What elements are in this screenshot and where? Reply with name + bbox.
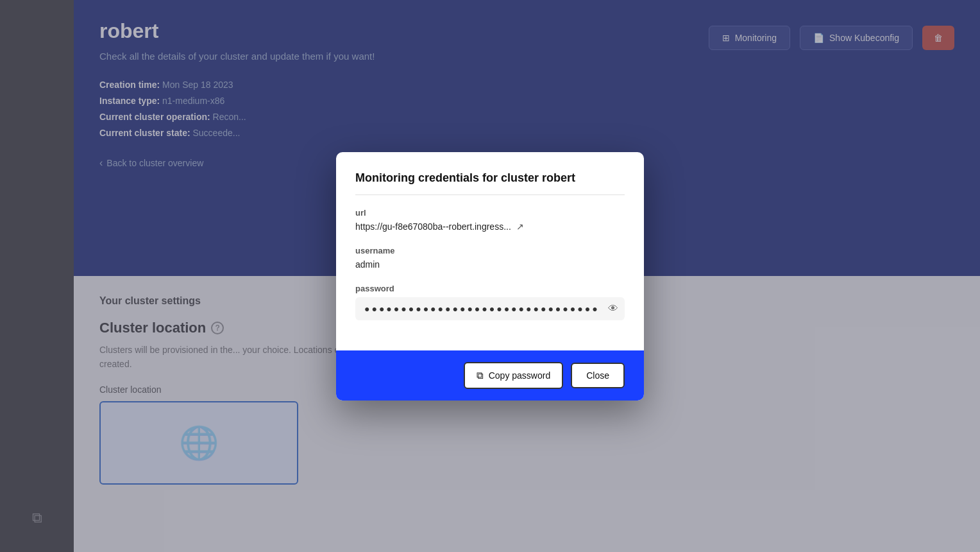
modal-footer: ⧉ Copy password Close — [336, 350, 644, 401]
password-value: ●●●●●●●●●●●●●●●●●●●●●●●●●●●●●●●● — [355, 297, 625, 320]
password-toggle-icon[interactable]: 👁 — [608, 303, 618, 315]
external-link-icon[interactable]: ↗ — [516, 221, 524, 232]
password-wrapper: ●●●●●●●●●●●●●●●●●●●●●●●●●●●●●●●● 👁 — [355, 297, 625, 320]
url-label: url — [355, 208, 625, 218]
copy-password-button[interactable]: ⧉ Copy password — [464, 362, 564, 389]
modal-overlay: Monitoring credentials for cluster rober… — [0, 0, 980, 552]
password-field: password ●●●●●●●●●●●●●●●●●●●●●●●●●●●●●●●… — [355, 284, 625, 320]
copy-icon: ⧉ — [477, 370, 484, 381]
close-button[interactable]: Close — [571, 363, 625, 388]
modal-title: Monitoring credentials for cluster rober… — [355, 171, 625, 195]
password-label: password — [355, 284, 625, 293]
username-value: admin — [355, 259, 625, 270]
url-value: https://gu-f8e67080ba--robert.ingress...… — [355, 221, 625, 232]
url-field: url https://gu-f8e67080ba--robert.ingres… — [355, 208, 625, 232]
username-label: username — [355, 246, 625, 255]
username-field: username admin — [355, 246, 625, 270]
modal-body: Monitoring credentials for cluster rober… — [336, 152, 644, 350]
credentials-modal: Monitoring credentials for cluster rober… — [336, 152, 644, 401]
